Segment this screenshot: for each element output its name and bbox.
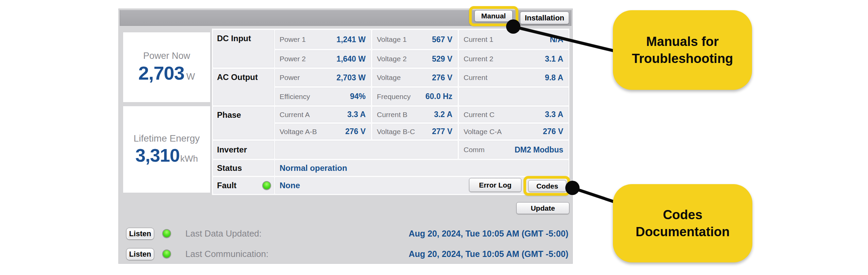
- section-dc-input: DC Input: [213, 30, 274, 67]
- data-updated-led-icon: [162, 229, 171, 238]
- section-inverter: Inverter: [213, 141, 274, 159]
- cell-label: Current 2: [464, 55, 494, 63]
- cell-value: N/A: [550, 35, 563, 44]
- cell-voltage-ab: Voltage A-B 276 V: [275, 124, 371, 139]
- cell-value: 3.3 A: [347, 110, 366, 119]
- last-communication-value: Aug 20, 2024, Tue 10:05 AM (GMT -5:00): [357, 248, 568, 260]
- cell-efficiency: Efficiency 94%: [275, 88, 371, 105]
- cell-label: Current C: [464, 111, 495, 119]
- manual-button[interactable]: Manual: [474, 10, 513, 22]
- power-now-panel: Power Now 2,703 W: [123, 32, 211, 102]
- cell-label: Voltage B-C: [377, 128, 415, 136]
- cell-value: 276 V: [543, 127, 563, 136]
- error-log-button[interactable]: Error Log: [469, 178, 521, 192]
- cell-current-a: Current A 3.3 A: [275, 107, 371, 122]
- cell-label: Voltage C-A: [464, 128, 502, 136]
- fault-label: Fault: [217, 181, 236, 190]
- cell-voltage-2: Voltage 2 529 V: [372, 50, 457, 67]
- cell-voltage-ca: Voltage C-A 276 V: [459, 124, 568, 139]
- cell-label: Frequency: [377, 93, 411, 101]
- cell-label: Current A: [280, 111, 310, 119]
- cell-power-2: Power 2 1,640 W: [275, 50, 371, 67]
- manual-annotation-callout: Manuals for Troubleshooting: [613, 10, 752, 90]
- lifetime-energy-label: Lifetime Energy: [134, 133, 200, 144]
- cell-comm: Comm DM2 Modbus: [459, 141, 568, 159]
- cell-label: Voltage 1: [377, 35, 407, 44]
- cell-ac-voltage: Voltage 276 V: [372, 69, 457, 86]
- last-data-updated-label: Last Data Updated:: [185, 228, 262, 240]
- communication-led-icon: [162, 249, 171, 258]
- cell-empty: [459, 88, 568, 105]
- cell-current-c: Current C 3.3 A: [459, 107, 568, 122]
- inverter-status-widget: Manual Installation Power Now 2,703 W Li…: [118, 9, 573, 264]
- cell-current-1: Current 1 N/A: [459, 30, 568, 49]
- cell-value: 9.8 A: [545, 73, 563, 82]
- cell-label: Current: [464, 74, 487, 82]
- fault-value: None: [275, 177, 568, 194]
- update-button[interactable]: Update: [516, 202, 569, 214]
- last-data-updated-value: Aug 20, 2024, Tue 10:05 AM (GMT -5:00): [357, 228, 568, 240]
- cell-current-2: Current 2 3.1 A: [459, 50, 568, 67]
- cell-value: 277 V: [432, 127, 452, 136]
- power-now-unit: W: [186, 71, 195, 82]
- cell-power-1: Power 1 1,241 W: [275, 30, 371, 49]
- cell-label: Current B: [377, 111, 407, 119]
- cell-value: 60.0 Hz: [425, 92, 452, 101]
- cell-value: 3.1 A: [545, 54, 563, 64]
- cell-label: Efficiency: [280, 93, 310, 101]
- cell-ac-power: Power 2,703 W: [275, 69, 371, 86]
- cell-value: 1,241 W: [336, 35, 366, 44]
- cell-value: 1,640 W: [336, 54, 366, 64]
- cell-value: DM2 Modbus: [515, 145, 563, 155]
- power-now-label: Power Now: [143, 51, 190, 61]
- cell-value: 276 V: [432, 73, 452, 82]
- cell-value: 567 V: [432, 35, 452, 44]
- installation-button[interactable]: Installation: [520, 12, 569, 24]
- cell-label: Power 1: [280, 35, 306, 44]
- codes-button[interactable]: Codes: [528, 180, 566, 192]
- power-now-value: 2,703: [138, 62, 184, 84]
- last-communication-label: Last Communication:: [185, 248, 268, 260]
- cell-label: Power: [280, 74, 300, 82]
- cell-value: 3.3 A: [545, 110, 563, 119]
- cell-inverter-empty: [275, 141, 457, 159]
- status-value: Normal operation: [275, 160, 568, 176]
- cell-label: Voltage: [377, 74, 401, 82]
- fault-ok-led-icon: [262, 181, 271, 190]
- cell-label: Current 1: [464, 35, 494, 44]
- cell-label: Power 2: [280, 55, 306, 63]
- cell-label: Voltage A-B: [280, 128, 317, 136]
- cell-current-b: Current B 3.2 A: [372, 107, 457, 122]
- lifetime-energy-unit: kWh: [180, 153, 198, 164]
- cell-voltage-1: Voltage 1 567 V: [372, 30, 457, 49]
- cell-label: Comm: [464, 146, 485, 154]
- lifetime-energy-value: 3,310: [135, 145, 180, 166]
- codes-annotation-callout: Codes Documentation: [613, 184, 752, 262]
- listen-button-comm[interactable]: Listen: [126, 248, 154, 260]
- section-fault: Fault: [213, 177, 274, 194]
- cell-frequency: Frequency 60.0 Hz: [372, 88, 457, 105]
- cell-value: 529 V: [432, 54, 452, 64]
- section-phase: Phase: [213, 107, 274, 139]
- cell-label: Voltage 2: [377, 55, 407, 63]
- codes-connector-line: [572, 188, 616, 203]
- cell-value: 276 V: [345, 127, 366, 136]
- lifetime-energy-panel: Lifetime Energy 3,310 kWh: [123, 106, 211, 193]
- listen-button-data[interactable]: Listen: [126, 228, 154, 240]
- cell-value: 2,703 W: [336, 73, 366, 82]
- cell-ac-current: Current 9.8 A: [459, 69, 568, 86]
- cell-value: 94%: [350, 92, 366, 101]
- section-ac-output: AC Output: [213, 69, 274, 105]
- cell-voltage-bc: Voltage B-C 277 V: [372, 124, 457, 139]
- cell-value: 3.2 A: [434, 110, 452, 119]
- section-status: Status: [213, 160, 274, 176]
